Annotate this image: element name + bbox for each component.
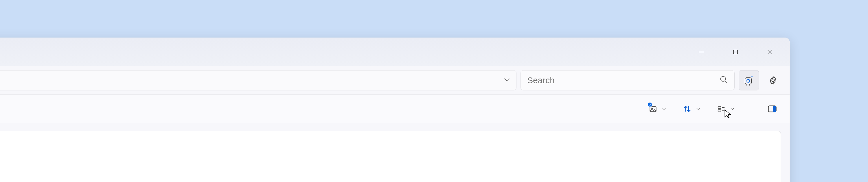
filter-active-badge [647,102,652,107]
sort-icon [681,100,693,118]
address-bar[interactable] [0,70,517,90]
toolbar [0,95,789,123]
search-input[interactable] [527,75,715,85]
svg-point-4 [720,76,726,81]
svg-rect-22 [718,106,721,109]
ai-assist-button[interactable] [739,70,759,90]
svg-rect-6 [745,78,751,84]
filter-menu[interactable] [645,100,669,118]
svg-line-5 [725,81,727,83]
group-menu[interactable] [713,100,737,118]
filter-image-icon [647,100,659,118]
settings-button[interactable] [763,70,783,90]
svg-rect-28 [773,106,775,112]
minimize-button[interactable] [684,42,718,62]
chevron-down-icon [730,104,735,114]
sort-menu[interactable] [679,100,703,118]
chevron-down-icon[interactable] [503,75,511,85]
maximize-button[interactable] [718,42,752,62]
svg-rect-24 [718,110,721,112]
chevron-down-icon [695,104,701,114]
gear-icon [768,75,778,85]
content-area[interactable] [0,131,781,182]
details-panel-toggle[interactable] [764,100,781,118]
group-icon [715,100,728,118]
panel-right-icon [767,104,777,114]
address-search-row [0,66,789,95]
close-button[interactable] [752,42,787,62]
search-icon[interactable] [719,75,728,86]
app-window [0,38,790,182]
svg-rect-1 [734,50,738,54]
search-field[interactable] [521,70,735,90]
chevron-down-icon [661,104,667,114]
title-bar [0,38,789,66]
ai-sparkle-icon [743,75,754,86]
svg-point-11 [772,79,774,81]
svg-rect-20 [650,107,656,111]
